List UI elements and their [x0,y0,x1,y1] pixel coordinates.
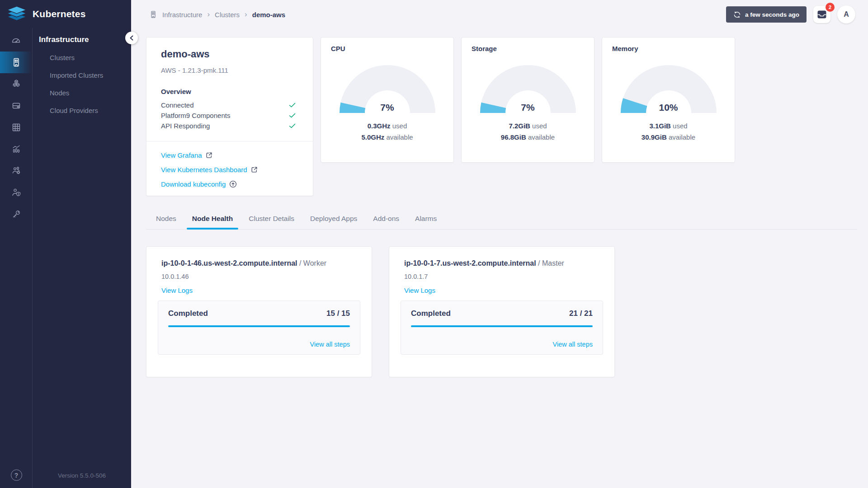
steps-progress-bar [411,325,593,327]
sidebar-item-imported-clusters[interactable]: Imported Clusters [33,66,131,84]
node-steps-panel: Completed 15 / 15 View all steps [158,300,360,355]
rail-item-workloads[interactable] [0,117,32,138]
sidebar-item-nodes[interactable]: Nodes [33,84,131,102]
rail-item-infrastructure[interactable] [0,52,32,73]
last-refreshed-label: a few seconds ago [745,11,799,18]
external-link-icon [251,166,258,173]
workloads-grid-icon [11,122,21,132]
steps-status-label: Completed [168,309,208,318]
view-all-steps-link[interactable]: View all steps [553,341,593,348]
rail-item-api-access[interactable] [0,203,32,225]
rail-item-user-management[interactable] [0,160,32,182]
tab-node-health[interactable]: Node Health [187,210,238,229]
steps-count: 15 / 15 [326,309,350,318]
product-name: Kubernetes [33,9,86,19]
node-role: / Master [538,259,564,267]
chevron-right-icon: › [245,10,247,19]
sidebar-item-cloud-providers[interactable]: Cloud Providers [33,102,131,119]
user-management-icon [11,165,22,176]
gauge-stats: 0.3GHz used 5.0GHz available [321,120,453,143]
tab-add-ons[interactable]: Add-ons [368,210,405,229]
rail-item-access-control[interactable] [0,182,32,203]
node-ip: 10.0.1.7 [404,273,603,280]
view-kubernetes-dashboard-link[interactable]: View Kubernetes Dashboard [161,166,258,174]
node-card-worker: ip-10-0-1-46.us-west-2.compute.internal … [146,246,372,377]
breadcrumb-current: demo-aws [252,11,285,19]
gauge-percent-label: 7% [479,102,577,113]
access-shield-icon [11,187,22,198]
cpu-usage-card: CPU 7% 0.3GHz used 5.0GHz available [321,37,454,163]
chevron-right-icon: › [207,10,210,19]
cluster-tabs: Nodes Node Health Cluster Details Deploy… [146,210,857,230]
chevron-left-icon [129,35,134,41]
cluster-name: demo-aws [161,48,296,60]
cluster-summary-card: demo-aws AWS - 1.21.3-pmk.111 Overview C… [146,37,313,196]
gauge-percent-label: 10% [620,102,717,113]
gauge-title-memory: Memory [602,45,735,52]
steps-status-label: Completed [411,309,451,318]
breadcrumb-infrastructure[interactable]: Infrastructure [162,11,202,19]
help-icon[interactable]: ? [11,469,22,481]
icon-rail: ? [0,28,33,488]
storage-gauge: 7% [479,64,577,113]
view-all-steps-link[interactable]: View all steps [310,341,350,348]
storage-usage-card: Storage 7% 7.2GiB used 96.8GiB available [461,37,594,163]
rail-item-hosts[interactable] [0,95,32,117]
node-card-master: ip-10-0-1-7.us-west-2.compute.internal /… [389,246,615,377]
download-kubeconfig-link[interactable]: Download kubeconfig [161,180,237,188]
node-hostname: ip-10-0-1-46.us-west-2.compute.internal [161,259,297,267]
rail-item-apps[interactable] [0,73,32,95]
notification-count-badge: 2 [826,3,835,12]
gauge-stats: 3.1GiB used 30.9GiB available [602,120,735,143]
version-label: Version 5.5.0-506 [33,472,131,479]
sidebar-item-clusters[interactable]: Clusters [33,49,131,66]
infrastructure-building-icon [149,10,157,19]
apps-cubes-icon [11,79,22,89]
steps-progress-bar [168,325,350,327]
tab-alarms[interactable]: Alarms [410,210,442,229]
memory-gauge: 10% [620,64,717,113]
check-row-connected: Connected [161,100,296,110]
dashboard-gauge-icon [11,36,21,46]
view-logs-link[interactable]: View Logs [404,286,435,294]
rail-item-monitoring[interactable] [0,138,32,160]
avatar[interactable]: A [837,5,855,23]
infrastructure-building-icon [11,57,21,67]
sidebar-section-title: Infrastructure [33,35,131,44]
external-link-icon [206,152,212,159]
gauge-title-cpu: CPU [321,45,453,52]
sidebar-collapse-button[interactable] [125,32,138,44]
breadcrumb: Infrastructure › Clusters › demo-aws [149,10,726,19]
monitoring-chart-icon [11,144,21,154]
check-icon [289,103,296,108]
view-logs-link[interactable]: View Logs [161,286,193,294]
cluster-subtitle: AWS - 1.21.3-pmk.111 [161,66,296,74]
rail-item-dashboard[interactable] [0,30,32,52]
gauge-title-storage: Storage [462,45,594,52]
check-icon [289,123,296,128]
tab-nodes[interactable]: Nodes [151,210,182,229]
steps-count: 21 / 21 [569,309,593,318]
gauge-stats: 7.2GiB used 96.8GiB available [462,120,594,143]
notifications-button[interactable]: 2 [813,6,830,23]
inbox-tray-icon [817,10,827,19]
tab-deployed-apps[interactable]: Deployed Apps [305,210,363,229]
view-grafana-link[interactable]: View Grafana [161,151,212,159]
app-logo[interactable]: Kubernetes [0,0,131,28]
node-role: / Worker [299,259,326,267]
overview-heading: Overview [161,88,296,95]
api-key-icon [11,209,21,219]
check-icon [289,113,296,118]
sidebar-panel: Infrastructure Clusters Imported Cluster… [33,28,131,488]
refresh-icon [733,11,741,19]
gauge-percent-label: 7% [339,102,436,113]
refresh-button[interactable]: a few seconds ago [726,6,807,23]
breadcrumb-clusters[interactable]: Clusters [215,11,240,19]
cpu-gauge: 7% [339,64,436,113]
top-bar: Infrastructure › Clusters › demo-aws a f… [131,0,868,29]
node-ip: 10.0.1.46 [161,273,360,280]
check-row-api-responding: API Responding [161,121,296,131]
tab-cluster-details[interactable]: Cluster Details [243,210,300,229]
check-row-platform9-components: Platform9 Components [161,110,296,121]
sidebar: Kubernetes [0,0,131,488]
